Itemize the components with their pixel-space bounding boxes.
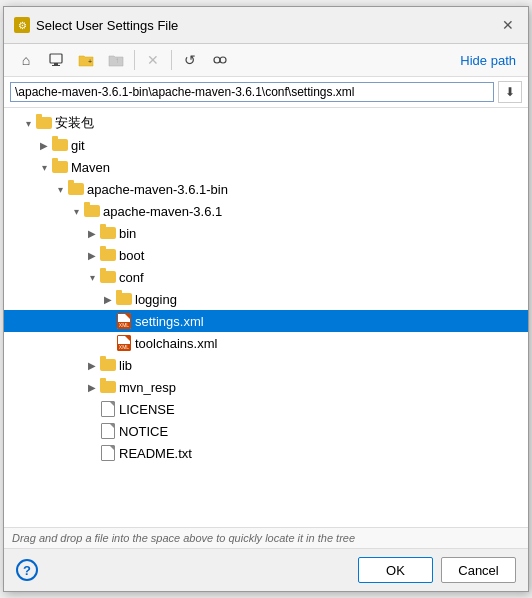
- folder-icon: [36, 115, 52, 131]
- svg-rect-1: [54, 63, 58, 65]
- ok-button[interactable]: OK: [358, 557, 433, 583]
- tree-label: Maven: [71, 160, 110, 175]
- tree-label: LICENSE: [119, 402, 175, 417]
- tree-toggle[interactable]: ▾: [68, 203, 84, 219]
- file-tree[interactable]: ▾安装包▶git▾Maven▾apache-maven-3.6.1-bin▾ap…: [4, 108, 528, 527]
- tree-label: lib: [119, 358, 132, 373]
- folder-icon: [100, 379, 116, 395]
- file-icon: [100, 445, 116, 461]
- button-row: ? OK Cancel: [4, 548, 528, 591]
- tree-item-git[interactable]: ▶git: [4, 134, 528, 156]
- tree-item-mvn-resp[interactable]: ▶mvn_resp: [4, 376, 528, 398]
- folder-icon: [84, 203, 100, 219]
- tree-toggle[interactable]: [100, 335, 116, 351]
- xml-file-icon: XML: [116, 313, 132, 329]
- tree-item-apache-maven-bin[interactable]: ▾apache-maven-3.6.1-bin: [4, 178, 528, 200]
- tree-item-license[interactable]: LICENSE: [4, 398, 528, 420]
- svg-rect-2: [52, 65, 60, 66]
- tree-item-readme[interactable]: README.txt: [4, 442, 528, 464]
- toolbar: ⌂ + ↑ ✕ ↺ Hide path: [4, 44, 528, 77]
- tree-toggle[interactable]: [84, 401, 100, 417]
- dialog-icon: ⚙: [14, 17, 30, 33]
- folder-icon: [100, 269, 116, 285]
- path-bar: ⬇: [4, 77, 528, 108]
- tree-item-conf[interactable]: ▾conf: [4, 266, 528, 288]
- new-folder-button[interactable]: +: [72, 48, 100, 72]
- file-icon: [100, 423, 116, 439]
- help-button[interactable]: ?: [16, 559, 38, 581]
- toolbar-buttons: ⌂ + ↑ ✕ ↺: [12, 48, 234, 72]
- tree-toggle[interactable]: ▶: [84, 225, 100, 241]
- delete-button[interactable]: ✕: [139, 48, 167, 72]
- tree-toggle[interactable]: ▾: [36, 159, 52, 175]
- tree-item-logging[interactable]: ▶logging: [4, 288, 528, 310]
- tree-label: bin: [119, 226, 136, 241]
- tree-label: README.txt: [119, 446, 192, 461]
- tree-toggle[interactable]: [100, 313, 116, 329]
- tree-label: NOTICE: [119, 424, 168, 439]
- svg-point-6: [220, 57, 226, 63]
- toolbar-separator-2: [171, 50, 172, 70]
- tree-item-boot[interactable]: ▶boot: [4, 244, 528, 266]
- folder-icon: [100, 247, 116, 263]
- folder-icon: [100, 357, 116, 373]
- tree-label: apache-maven-3.6.1: [103, 204, 222, 219]
- folder-icon: [52, 159, 68, 175]
- tree-toggle[interactable]: ▾: [52, 181, 68, 197]
- tree-item-lib[interactable]: ▶lib: [4, 354, 528, 376]
- tree-label: conf: [119, 270, 144, 285]
- tree-item-maven[interactable]: ▾Maven: [4, 156, 528, 178]
- folder-icon: [68, 181, 84, 197]
- tree-label: 安装包: [55, 114, 94, 132]
- title-bar-left: ⚙ Select User Settings File: [14, 17, 178, 33]
- xml-file-icon: XML: [116, 335, 132, 351]
- desktop-button[interactable]: [42, 48, 70, 72]
- tree-toggle[interactable]: ▶: [84, 357, 100, 373]
- tree-toggle[interactable]: [84, 423, 100, 439]
- tree-item-settings-xml[interactable]: XMLsettings.xml: [4, 310, 528, 332]
- tree-item-bin[interactable]: ▶bin: [4, 222, 528, 244]
- home-button[interactable]: ⌂: [12, 48, 40, 72]
- status-bar: Drag and drop a file into the space abov…: [4, 527, 528, 548]
- svg-text:+: +: [88, 58, 92, 65]
- cancel-button[interactable]: Cancel: [441, 557, 516, 583]
- tree-toggle[interactable]: [84, 445, 100, 461]
- tree-label: git: [71, 138, 85, 153]
- tree-label: toolchains.xml: [135, 336, 217, 351]
- tree-toggle[interactable]: ▶: [84, 247, 100, 263]
- folder-icon: [116, 291, 132, 307]
- tree-label: apache-maven-3.6.1-bin: [87, 182, 228, 197]
- file-icon: [100, 401, 116, 417]
- tree-label: boot: [119, 248, 144, 263]
- tree-item-apache-maven[interactable]: ▾apache-maven-3.6.1: [4, 200, 528, 222]
- tree-item-toolchains-xml[interactable]: XMLtoolchains.xml: [4, 332, 528, 354]
- tree-item-anzhuangbao[interactable]: ▾安装包: [4, 112, 528, 134]
- tree-toggle[interactable]: ▶: [36, 137, 52, 153]
- status-text: Drag and drop a file into the space abov…: [12, 532, 355, 544]
- tree-label: mvn_resp: [119, 380, 176, 395]
- close-button[interactable]: ✕: [498, 15, 518, 35]
- refresh-button[interactable]: ↺: [176, 48, 204, 72]
- path-download-button[interactable]: ⬇: [498, 81, 522, 103]
- svg-text:↑: ↑: [115, 56, 119, 65]
- folder-icon: [100, 225, 116, 241]
- tree-label: logging: [135, 292, 177, 307]
- folder-up-button[interactable]: ↑: [102, 48, 130, 72]
- dialog: ⚙ Select User Settings File ✕ ⌂ + ↑ ✕ ↺: [3, 6, 529, 592]
- toolbar-separator-1: [134, 50, 135, 70]
- path-input[interactable]: [10, 82, 494, 102]
- svg-point-5: [214, 57, 220, 63]
- tree-toggle[interactable]: ▾: [20, 115, 36, 131]
- hide-path-button[interactable]: Hide path: [456, 51, 520, 70]
- tree-label: settings.xml: [135, 314, 204, 329]
- tree-toggle[interactable]: ▶: [84, 379, 100, 395]
- tree-toggle[interactable]: ▶: [100, 291, 116, 307]
- svg-rect-0: [50, 54, 62, 63]
- dialog-title: Select User Settings File: [36, 18, 178, 33]
- tree-item-notice[interactable]: NOTICE: [4, 420, 528, 442]
- title-bar: ⚙ Select User Settings File ✕: [4, 7, 528, 44]
- tree-toggle[interactable]: ▾: [84, 269, 100, 285]
- folder-icon: [52, 137, 68, 153]
- settings-link-button[interactable]: [206, 48, 234, 72]
